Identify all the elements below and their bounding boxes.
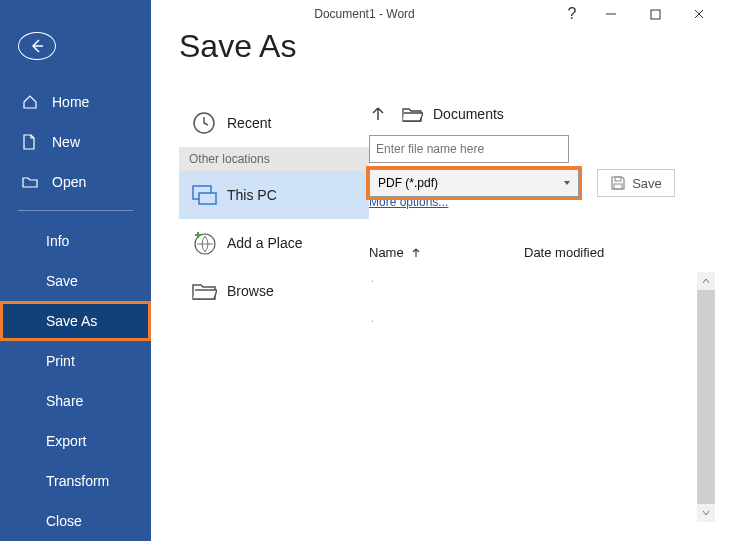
sidebar-label: New — [52, 134, 80, 150]
main-area: Document1 - Word ? Save As Recent Other … — [151, 0, 729, 541]
back-button[interactable] — [18, 32, 56, 60]
scrollbar[interactable] — [697, 272, 715, 522]
svg-rect-7 — [615, 177, 621, 181]
more-options-link[interactable]: More options... — [369, 195, 715, 209]
recent-clock-icon — [187, 110, 221, 136]
location-add-place[interactable]: Add a Place — [179, 219, 369, 267]
file-list-header: Name Date modified — [369, 245, 715, 260]
sort-asc-icon — [410, 247, 422, 259]
browse-folder-icon — [187, 280, 221, 302]
sidebar-item-close[interactable]: Close — [0, 501, 151, 541]
add-place-icon — [187, 230, 221, 256]
new-doc-icon — [22, 134, 42, 150]
up-arrow-button[interactable] — [369, 105, 387, 123]
this-pc-icon — [187, 183, 221, 207]
sidebar-item-save[interactable]: Save — [0, 261, 151, 301]
sidebar-item-save-as[interactable]: Save As — [0, 301, 151, 341]
maximize-icon — [650, 9, 661, 20]
up-arrow-icon — [369, 105, 387, 123]
svg-rect-2 — [651, 10, 660, 19]
list-item: . — [369, 312, 715, 352]
location-label: Add a Place — [227, 235, 303, 251]
list-item: . — [369, 272, 715, 312]
chevron-down-icon — [701, 508, 711, 518]
save-disk-icon — [610, 175, 626, 191]
window-title: Document1 - Word — [314, 7, 414, 21]
location-label: Browse — [227, 283, 274, 299]
sidebar-label: Open — [52, 174, 86, 190]
location-recent[interactable]: Recent — [179, 99, 369, 147]
close-icon — [693, 8, 705, 20]
sidebar-item-export[interactable]: Export — [0, 421, 151, 461]
sidebar-item-info[interactable]: Info — [0, 221, 151, 261]
help-button[interactable]: ? — [555, 1, 589, 27]
sidebar-separator — [18, 210, 133, 211]
location-browse[interactable]: Browse — [179, 267, 369, 315]
location-label: Recent — [227, 115, 271, 131]
column-date-modified[interactable]: Date modified — [524, 245, 604, 260]
filetype-value: PDF (*.pdf) — [378, 176, 438, 190]
locations-list: Recent Other locations This PC Add a Pla… — [179, 99, 369, 541]
sidebar-label: Home — [52, 94, 89, 110]
maximize-button[interactable] — [633, 1, 677, 27]
file-list: . . — [369, 272, 715, 522]
page-title: Save As — [179, 28, 729, 65]
scroll-thumb[interactable] — [697, 290, 715, 504]
sidebar-item-transform[interactable]: Transform — [0, 461, 151, 501]
minimize-button[interactable] — [589, 1, 633, 27]
chevron-down-icon — [562, 178, 572, 188]
path-row: Documents — [369, 99, 715, 129]
location-label: This PC — [227, 187, 277, 203]
titlebar: Document1 - Word ? — [151, 0, 729, 28]
back-arrow-icon — [28, 37, 46, 55]
home-icon — [22, 94, 42, 110]
close-window-button[interactable] — [677, 1, 721, 27]
sidebar-item-share[interactable]: Share — [0, 381, 151, 421]
other-locations-header: Other locations — [179, 147, 369, 171]
current-folder-label[interactable]: Documents — [433, 106, 504, 122]
filename-input[interactable] — [369, 135, 569, 163]
open-folder-icon — [22, 175, 42, 189]
scroll-up-button[interactable] — [697, 272, 715, 290]
sidebar-item-print[interactable]: Print — [0, 341, 151, 381]
column-name[interactable]: Name — [369, 245, 524, 260]
svg-rect-5 — [199, 193, 216, 204]
save-button-label: Save — [632, 176, 662, 191]
filetype-dropdown[interactable]: PDF (*.pdf) — [369, 169, 579, 197]
location-this-pc[interactable]: This PC — [179, 171, 369, 219]
folder-path-icon — [401, 105, 423, 123]
backstage-sidebar: Home New Open Info Save Save As Print Sh… — [0, 0, 151, 541]
svg-rect-8 — [614, 184, 622, 189]
sidebar-item-home[interactable]: Home — [0, 82, 151, 122]
help-icon: ? — [568, 5, 577, 23]
chevron-up-icon — [701, 276, 711, 286]
save-panel: Documents PDF (*.pdf) Save More options.… — [369, 99, 729, 541]
sidebar-item-open[interactable]: Open — [0, 162, 151, 202]
save-button[interactable]: Save — [597, 169, 675, 197]
sidebar-item-new[interactable]: New — [0, 122, 151, 162]
scroll-down-button[interactable] — [697, 504, 715, 522]
minimize-icon — [605, 8, 617, 20]
